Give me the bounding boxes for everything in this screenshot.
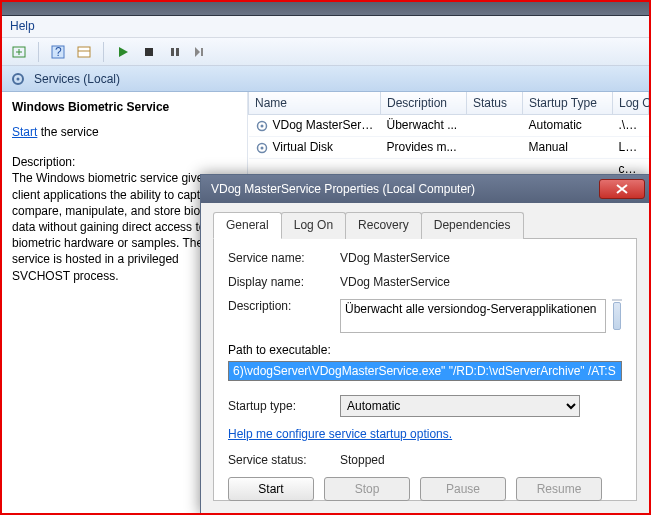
value-description[interactable]: Überwacht alle versiondog-Serverapplikat… xyxy=(340,299,606,333)
start-service-tail: the service xyxy=(37,125,98,139)
tab-pane-general: Service name: VDog MasterService Display… xyxy=(213,239,637,501)
help-configure-link[interactable]: Help me configure service startup option… xyxy=(228,427,452,441)
col-status[interactable]: Status xyxy=(467,92,523,115)
label-display-name: Display name: xyxy=(228,275,340,289)
dialog-tabs: General Log On Recovery Dependencies xyxy=(213,211,637,239)
service-properties-dialog: VDog MasterService Properties (Local Com… xyxy=(200,174,650,514)
col-name[interactable]: Name xyxy=(249,92,381,115)
value-service-status: Stopped xyxy=(340,453,622,467)
svg-text:?: ? xyxy=(55,45,62,59)
dialog-titlebar[interactable]: VDog MasterService Properties (Local Com… xyxy=(201,175,649,203)
startup-type-select[interactable]: Automatic xyxy=(340,395,580,417)
menu-help[interactable]: Help xyxy=(10,19,35,33)
tab-logon[interactable]: Log On xyxy=(281,212,346,239)
value-path[interactable]: 6)\vdogServer\VDogMasterService.exe" "/R… xyxy=(228,361,622,381)
menu-bar: Help xyxy=(2,16,649,38)
gear-icon xyxy=(10,71,26,87)
tab-general[interactable]: General xyxy=(213,212,282,239)
table-row[interactable]: VDog MasterServiceÜberwacht ...Automatic… xyxy=(249,115,649,137)
svg-marker-9 xyxy=(195,47,200,57)
label-description: Description: xyxy=(228,299,340,313)
col-description[interactable]: Description xyxy=(381,92,467,115)
description-scrollbar[interactable] xyxy=(612,299,622,301)
value-display-name: VDog MasterService xyxy=(340,275,622,289)
tab-recovery[interactable]: Recovery xyxy=(345,212,422,239)
properties-icon[interactable] xyxy=(73,41,95,63)
label-startup-type: Startup type: xyxy=(228,399,340,413)
start-button[interactable]: Start xyxy=(228,477,314,501)
table-row[interactable]: Virtual DiskProvides m...ManualLocal Sys… xyxy=(249,136,649,158)
separator xyxy=(38,42,39,62)
label-service-name: Service name: xyxy=(228,251,340,265)
help-icon[interactable]: ? xyxy=(47,41,69,63)
stop-button[interactable]: Stop xyxy=(324,477,410,501)
close-button[interactable] xyxy=(599,179,645,199)
start-service-link[interactable]: Start xyxy=(12,125,37,139)
category-label: Services (Local) xyxy=(34,72,120,86)
col-logon[interactable]: Log On As xyxy=(613,92,649,115)
window-frame-top xyxy=(2,2,649,16)
svg-point-12 xyxy=(17,77,20,80)
close-icon xyxy=(616,184,628,194)
svg-point-16 xyxy=(260,146,263,149)
toolbar: ? xyxy=(2,38,649,66)
export-list-icon[interactable] xyxy=(8,41,30,63)
pause-button[interactable]: Pause xyxy=(420,477,506,501)
pause-icon[interactable] xyxy=(164,41,186,63)
value-service-name: VDog MasterService xyxy=(340,251,622,265)
svg-rect-8 xyxy=(176,48,179,56)
resume-button[interactable]: Resume xyxy=(516,477,602,501)
label-path: Path to executable: xyxy=(228,343,622,357)
dialog-title: VDog MasterService Properties (Local Com… xyxy=(211,182,599,196)
svg-rect-6 xyxy=(145,48,153,56)
stop-icon[interactable] xyxy=(138,41,160,63)
selected-service-title: Windows Biometric Service xyxy=(12,100,237,114)
svg-rect-10 xyxy=(201,48,203,56)
play-icon[interactable] xyxy=(112,41,134,63)
svg-rect-3 xyxy=(78,47,90,57)
separator xyxy=(103,42,104,62)
label-service-status: Service status: xyxy=(228,453,340,467)
svg-point-14 xyxy=(260,124,263,127)
restart-icon[interactable] xyxy=(190,41,212,63)
category-header: Services (Local) xyxy=(2,66,649,92)
description-label: Description: xyxy=(12,154,237,170)
svg-marker-5 xyxy=(119,47,128,57)
col-startup[interactable]: Startup Type xyxy=(523,92,613,115)
svg-rect-7 xyxy=(171,48,174,56)
tab-dependencies[interactable]: Dependencies xyxy=(421,212,524,239)
